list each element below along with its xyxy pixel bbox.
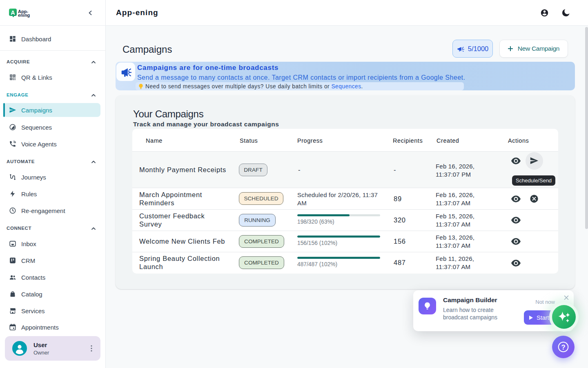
svg-text:?: ? [561, 343, 565, 351]
svg-text:A: A [11, 9, 15, 16]
